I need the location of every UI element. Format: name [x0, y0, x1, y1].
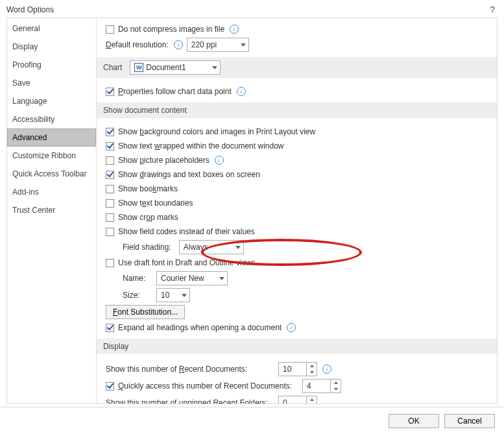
checkbox-do-not-compress[interactable]: [106, 25, 114, 34]
group-display: Display: [97, 339, 497, 354]
row-font-name: Name: Courier New: [97, 270, 497, 287]
checkbox-properties-follow[interactable]: [106, 88, 114, 96]
select-default-resolution[interactable]: 220 ppi: [187, 38, 249, 52]
row-picture-placeholders: Show picture placeholders i: [97, 153, 497, 167]
title-bar: Word Options ?: [0, 0, 504, 17]
spinner-recent-docs[interactable]: 10: [278, 362, 317, 376]
sidebar-item-quick-access[interactable]: Quick Access Toolbar: [7, 165, 96, 183]
checkbox-crop-marks[interactable]: [106, 213, 114, 222]
chevron-down-icon: [212, 66, 217, 69]
window-title: Word Options: [6, 5, 54, 14]
label-expand-headings: Expand all headings when opening a docum…: [118, 323, 282, 332]
checkbox-expand-headings[interactable]: [106, 324, 114, 332]
spinner-down-icon[interactable]: [307, 403, 317, 404]
font-substitution-button[interactable]: Font Substitution...: [106, 305, 185, 319]
spinner-unpinned-folders-value: 0: [279, 396, 306, 404]
sidebar-item-language[interactable]: Language: [7, 92, 96, 110]
ok-button[interactable]: OK: [389, 414, 439, 428]
sidebar-item-general[interactable]: General: [7, 19, 96, 38]
info-icon[interactable]: i: [215, 156, 224, 165]
label-do-not-compress: Do not compress images in file: [118, 25, 224, 34]
label-bookmarks: Show bookmarks: [118, 184, 178, 193]
label-crop-marks: Show crop marks: [118, 213, 178, 222]
sidebar-item-proofing[interactable]: Proofing: [7, 56, 96, 74]
checkbox-field-codes[interactable]: [106, 228, 114, 236]
chevron-down-icon: [182, 294, 187, 297]
spinner-down-icon[interactable]: [331, 386, 341, 392]
spinner-down-icon[interactable]: [307, 369, 317, 376]
row-text-boundaries: Show text boundaries: [97, 196, 497, 210]
select-chart-document[interactable]: W Document1: [130, 60, 221, 75]
chevron-down-icon: [241, 43, 246, 47]
spinner-quick-access[interactable]: 4: [302, 379, 341, 393]
right-pane: Do not compress images in file i Default…: [97, 18, 497, 404]
label-field-codes: Show field codes instead of their values: [118, 227, 255, 236]
spinner-up-icon[interactable]: [307, 363, 317, 369]
checkbox-draft-font[interactable]: [106, 259, 114, 267]
dialog-footer: OK Cancel: [0, 407, 504, 434]
label-field-shading: Field shading:: [123, 243, 171, 252]
row-drawings: Show drawings and text boxes on screen: [97, 167, 497, 182]
options-sidebar: General Display Proofing Save Language A…: [7, 18, 97, 404]
cancel-button[interactable]: Cancel: [444, 414, 495, 428]
select-default-resolution-value: 220 ppi: [191, 40, 217, 49]
info-icon[interactable]: i: [237, 87, 246, 96]
label-bg-colors: Show background colors and images in Pri…: [118, 127, 315, 136]
sidebar-item-advanced[interactable]: Advanced: [7, 128, 96, 147]
row-bookmarks: Show bookmarks: [97, 182, 497, 196]
help-icon[interactable]: ?: [487, 5, 498, 15]
sidebar-item-display[interactable]: Display: [7, 38, 96, 56]
row-recent-docs: Show this number of Recent Documents: 10…: [97, 361, 497, 378]
sidebar-item-customize-ribbon[interactable]: Customize Ribbon: [7, 147, 96, 165]
label-picture-placeholders: Show picture placeholders: [118, 156, 210, 165]
row-font-size: Size: 10: [97, 287, 497, 304]
sidebar-item-trust-center[interactable]: Trust Center: [7, 201, 96, 219]
select-chart-document-value: Document1: [146, 63, 186, 72]
group-chart-label: Chart: [103, 63, 122, 72]
chevron-down-icon: [235, 246, 241, 249]
info-icon[interactable]: i: [287, 323, 296, 332]
row-quick-access: Quickly access this number of Recent Doc…: [97, 378, 497, 394]
spinner-up-icon[interactable]: [331, 380, 341, 386]
checkbox-picture-placeholders[interactable]: [106, 156, 114, 165]
label-font-name: Name:: [123, 274, 152, 283]
spinner-recent-docs-value: 10: [279, 363, 306, 376]
spinner-quick-access-value: 4: [303, 380, 330, 392]
label-properties-follow: Properties follow chart data point: [118, 87, 232, 96]
spinner-up-icon[interactable]: [307, 396, 317, 403]
row-wrapped: Show text wrapped within the document wi…: [97, 139, 497, 153]
select-font-name-value: Courier New: [161, 274, 204, 283]
sidebar-item-accessibility[interactable]: Accessibility: [7, 110, 96, 128]
label-quick-access: Quickly access this number of Recent Doc…: [118, 381, 298, 391]
row-font-substitution: Font Substitution...: [97, 304, 497, 320]
label-text-boundaries: Show text boundaries: [118, 199, 193, 208]
spinner-unpinned-folders[interactable]: 0: [278, 396, 317, 404]
select-field-shading-value: Always: [184, 243, 208, 252]
word-doc-icon: W: [134, 63, 143, 72]
row-bg-colors: Show background colors and images in Pri…: [97, 125, 497, 139]
row-field-codes: Show field codes instead of their values: [97, 224, 497, 239]
info-icon[interactable]: i: [230, 25, 239, 34]
select-font-name[interactable]: Courier New: [156, 271, 228, 285]
label-draft-font: Use draft font in Draft and Outline view…: [118, 258, 256, 267]
chevron-down-icon: [219, 277, 224, 280]
checkbox-quick-access[interactable]: [106, 382, 114, 391]
label-font-size: Size:: [123, 291, 152, 300]
row-unpinned-folders: Show this number of unpinned Recent Fold…: [97, 394, 497, 404]
checkbox-wrapped[interactable]: [106, 142, 114, 151]
checkbox-bg-colors[interactable]: [106, 128, 114, 136]
sidebar-item-add-ins[interactable]: Add-ins: [7, 183, 96, 201]
checkbox-text-boundaries[interactable]: [106, 199, 114, 208]
row-properties-follow: Properties follow chart data point i: [97, 84, 497, 99]
select-field-shading[interactable]: Always: [179, 240, 244, 254]
label-drawings: Show drawings and text boxes on screen: [118, 170, 260, 179]
info-icon[interactable]: i: [322, 365, 331, 374]
row-draft-font: Use draft font in Draft and Outline view…: [97, 256, 497, 270]
sidebar-item-save[interactable]: Save: [7, 74, 96, 92]
checkbox-drawings[interactable]: [106, 171, 114, 179]
body-area: General Display Proofing Save Language A…: [6, 18, 498, 404]
label-default-resolution: Default resolution:: [106, 40, 169, 49]
info-icon[interactable]: i: [174, 40, 183, 49]
checkbox-bookmarks[interactable]: [106, 185, 114, 193]
select-font-size[interactable]: 10: [156, 288, 190, 302]
